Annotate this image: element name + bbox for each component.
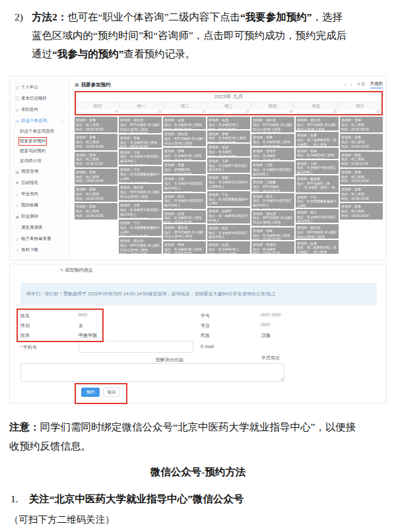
step-text: 关注“北京中医药大学就业指导中心”微信公众号: [29, 493, 244, 504]
sidebar-item-label: 毕业去向: [21, 191, 38, 197]
next-month-button[interactable]: ›: [350, 82, 352, 87]
appointment-slot[interactable]: 咨询师：苏琳地点：线上咨询时间：15:00-15:50: [75, 186, 117, 202]
slot-counselor: 咨询师：苏琳: [76, 204, 116, 209]
appointment-slot[interactable]: 咨询师：周天地点：良乡校区中药学院C栋213/线上时间：09:00-09:50: [296, 209, 339, 223]
sidebar-item[interactable]: 咨询师介绍: [10, 156, 69, 166]
appointment-slot[interactable]: 咨询师：崔向清地点：和平街校区-学七楼201办公室/线上咨询时间：09:00-0…: [163, 131, 206, 146]
appointment-slot[interactable]: 咨询师：李林地点：良乡校区/线上咨询时间：09:00-09:50: [119, 134, 162, 148]
slot-counselor: 咨询师：苏琳: [341, 204, 381, 209]
calendar-controls: ‹ › 今天 月视图: [345, 81, 383, 88]
sidebar-item[interactable]: ◇毕业去向‹: [10, 189, 69, 200]
appointment-slot[interactable]: 咨询师：于欣地点：良乡西图教务服务中心460时间：09:00-09:50: [207, 191, 250, 207]
appointment-slot[interactable]: 咨询师：王妍地点：良乡校区中药学院C栋213/线上时间：09:00-09:50: [163, 175, 206, 191]
appointment-slot[interactable]: 咨询师：李维琦地点：良乡校区时间：09:00-09:50: [251, 148, 294, 160]
appointment-slot[interactable]: 咨询师：董磊地点：良乡校区学生活动中心306/线上时间：09:00-09:50: [207, 174, 250, 190]
appointment-slot[interactable]: 咨询师：李峰地点：良乡校区/线上咨询时间：09:00-09:50: [251, 134, 294, 146]
sidebar-item[interactable]: ▯电子离校单查看: [10, 233, 69, 245]
appointment-slot[interactable]: 咨询师：李峰地点：良乡校区/线上咨询时间：10:00-10:50: [251, 227, 294, 240]
phone-label: *手机号: [20, 344, 37, 351]
sidebar-item[interactable]: ⓘ基本信息核对: [10, 93, 69, 104]
appointment-slot[interactable]: 咨询师：赵探宇地点：第一临床医学院学生科/线上时间：09:00-09:50: [207, 208, 250, 223]
slot-counselor: 咨询师：李峰: [209, 132, 249, 136]
appointment-slot[interactable]: 咨询师：周天地点：良乡校区中药学院C栋213/线上时间：09:00-09:50: [207, 225, 250, 241]
appointment-slot[interactable]: 咨询师：李峰地点：良乡校区/线上咨询时间：10:00-10:50: [163, 241, 206, 254]
sidebar-item[interactable]: ◫个人中心: [10, 82, 69, 93]
appointment-slot[interactable]: 咨询师：周天地点：良乡校区中药学院C栋213/线上时间：09:00-09:50: [251, 193, 294, 209]
slot-time: 时间：10:00-10:50: [253, 225, 293, 226]
appointment-slot[interactable]: 咨询师：高展地点：第二临床医学院（东方医院），线上咨询时间：09:00-09:5…: [296, 132, 339, 146]
back-button[interactable]: 返回: [103, 388, 120, 397]
appointment-slot[interactable]: 咨询师：苏琳地点：线上咨询时间：10:00-10:50: [340, 134, 383, 150]
sidebar-item[interactable]: ▤简历管理‹: [10, 166, 69, 177]
appointment-slot[interactable]: 咨询师：苏琳地点：线上咨询时间：09:00-09:50: [75, 117, 117, 133]
appointment-slot[interactable]: 咨询师：苏琳地点：线上咨询时间：11:00-11:50: [75, 152, 117, 167]
appointment-slot[interactable]: 咨询师：高琨地点：良乡校区/线上时间：10:00-10:50: [207, 241, 250, 254]
appointment-slot[interactable]: 咨询师：李健地点：护理楼224时间：09:00-09:50: [163, 162, 206, 174]
appointment-slot[interactable]: 咨询师：王妍地点：良乡校区中药学院C栋213/线上时间：09:00-09:50: [119, 149, 162, 165]
appointment-slot[interactable]: 咨询师：崔向清地点：和平街校区-学七楼201办公室/线上咨询时间：10:00-1…: [163, 224, 206, 240]
slot-location: 地点：线上咨询: [341, 123, 381, 127]
sidebar-item-label: 我的收藏: [21, 202, 38, 208]
appointment-slot[interactable]: 咨询师：苏琳地点：线上咨询时间：14:00-14:50: [340, 169, 383, 185]
resize-grip-icon[interactable]: [280, 378, 283, 380]
appointment-slot[interactable]: 咨询师：苏琳地点：线上咨询时间：09:00-09:50: [340, 117, 383, 133]
submit-reservation-button[interactable]: 预约: [81, 388, 100, 397]
sidebar-item[interactable]: 职业个体咨询流程: [10, 127, 69, 136]
appointment-slot[interactable]: 咨询师：崔向清地点：和平街校区-学七楼201办公室/线上咨询时间：09:00-0…: [119, 117, 162, 133]
appointment-slot[interactable]: 咨询师：高展地点：第二临床医学院（东方医院），线上咨询时间：10:00-10:5…: [296, 240, 339, 254]
month-view-tab[interactable]: 月视图: [370, 81, 383, 88]
appointment-slot[interactable]: 咨询师：崔向清地点：和平街校区-学七楼201办公室/线上咨询时间：09:00-0…: [296, 117, 339, 131]
text-run: 收预约反馈信息。: [9, 440, 91, 452]
appointment-slot[interactable]: 咨询师：高琨地点：良乡校区/线上咨询时间：09:00-09:50: [163, 117, 206, 129]
appointment-slot[interactable]: 咨询师：王丽媛地点：和平街校区时间：09:00-09:50: [251, 179, 294, 191]
appointment-slot[interactable]: 咨询师：王妍地点：良乡校区中药学院C栋213/线上时间：09:00-09:50: [207, 158, 250, 173]
appointment-slot[interactable]: 咨询师：王妍地点：良乡校区中药学院C栋213/线上时间：09:00-09:50: [251, 162, 294, 177]
appointment-slot[interactable]: 咨询师：高琨地点：良乡校区/线上时间：09:00-09:50: [207, 117, 250, 129]
appointment-slot[interactable]: 咨询师：苏琳地点：线上咨询时间：15:00-15:50: [340, 186, 383, 202]
sidebar-item[interactable]: ⤓资料下载: [10, 245, 69, 256]
slot-counselor: 咨询师：崔向清: [164, 132, 205, 136]
appointment-slot[interactable]: 咨询师：李维琦地点：良乡校区时间：10:00-10:50: [251, 241, 294, 254]
appointment-slot[interactable]: 咨询师：苏琳地点：线上咨询时间：14:00-14:50: [75, 169, 117, 185]
prev-month-button[interactable]: ‹: [345, 82, 346, 87]
sidebar-item[interactable]: ◎求职意向‹: [10, 104, 69, 115]
appointment-slot[interactable]: 咨询师：崔向清地点：和平街校区-学七楼201办公室/线上咨询时间：09:00-0…: [251, 117, 294, 133]
appointment-slot[interactable]: 咨询师：苏琳地点：线上咨询时间：11:00-11:50: [340, 152, 383, 167]
appointment-slot[interactable]: 咨询师：崔向清地点：和平街校区-学七楼201办公室/线上咨询时间：10:00-1…: [119, 184, 162, 200]
slot-location: 地点：良乡校区/线上咨询: [253, 233, 293, 238]
appointment-slot[interactable]: 咨询师：崔向清地点：和平街校区-学七楼201办公室/线上咨询时间：11:00-1…: [119, 237, 162, 254]
slot-location: 地点：良乡校区/线上咨询: [164, 247, 205, 252]
slot-counselor: 咨询师：周天: [209, 226, 249, 231]
appointment-slot[interactable]: 咨询师：崔向清地点：和平街校区-学七楼201办公室/线上咨询时间：10:00-1…: [296, 224, 339, 238]
appointment-slot[interactable]: 咨询师：张冠地点：良乡校区时间：09:00-09:50: [207, 144, 250, 156]
sidebar-item[interactable]: ▭职业个体咨询⌄: [10, 115, 69, 127]
sidebar-item[interactable]: ◌满意度调查: [10, 222, 69, 233]
question-textarea[interactable]: [20, 363, 284, 382]
appointment-slot[interactable]: 咨询师：杨岚鹏地点：和平街校区（周二）/良乡校区（周五）/线上时间：09:00-…: [296, 175, 339, 192]
appointment-slot[interactable]: 咨询师：李峰地点：良乡校区/线上咨询时间：09:00-09:50: [163, 148, 206, 160]
calendar-day-column: 咨询师：苏琳地点：线上咨询时间：09:00-09:50咨询师：苏琳地点：线上咨询…: [340, 117, 383, 254]
sidebar-item[interactable]: 我参与的预约: [10, 146, 69, 156]
appointment-slot[interactable]: 咨询师：李峰地点：良乡校区/线上咨询时间：09:00-09:50: [296, 148, 339, 159]
appointment-slot[interactable]: 咨询师：王妍地点：良乡校区中药学院C栋213/线上时间：10:00-10:50: [119, 202, 162, 218]
appointment-slot[interactable]: 咨询师：苏琳地点：线上咨询时间：16:00-16:50: [340, 203, 383, 219]
phone-input[interactable]: [79, 341, 193, 353]
appointment-slot[interactable]: 咨询师：于欣地点：良乡西图教务服务中心460时间：10:00-10:50: [119, 220, 162, 236]
appointment-slot[interactable]: 咨询师：于欣地点：良乡西图教务服务中心460时间：09:00-09:50: [296, 194, 339, 208]
sidebar-item[interactable]: 我要参加预约: [10, 136, 69, 146]
appointment-slot[interactable]: 咨询师：苏琳地点：线上咨询时间：10:00-10:50: [75, 134, 117, 150]
slot-time: 时间：09:00-09:50: [253, 131, 293, 133]
sidebar-item[interactable]: ⚑活动报名‹: [10, 177, 69, 189]
sidebar-item[interactable]: ◉职业测评: [10, 211, 69, 222]
paragraph-line: 方法2：也可在“职业个体咨询”二级内容下点击“我要参加预约”，选择: [32, 8, 391, 26]
appointment-slot[interactable]: 咨询师：李峰地点：良乡校区/线上咨询时间：09:00-09:50: [207, 131, 250, 143]
appointment-slot[interactable]: 咨询师：周天地点：良乡校区中药学院C栋213/线上时间：09:00-09:50: [163, 193, 206, 209]
today-button[interactable]: 今天: [357, 82, 366, 88]
sidebar-item[interactable]: ☆我的收藏‹: [10, 200, 69, 211]
chevron-left-icon: ‹: [63, 203, 65, 208]
appointment-slot[interactable]: 咨询师：于欣地点：良乡西图教务服务中心460时间：09:00-09:50: [119, 166, 162, 183]
appointment-slot[interactable]: 咨询师：高琨地点：良乡校区/线上咨询时间：10:00-10:50: [163, 210, 206, 223]
appointment-slot[interactable]: 咨询师：崔向清地点：和平街校区-学七楼201办公室/线上咨询时间：10:00-1…: [251, 210, 294, 226]
appointment-slot[interactable]: 咨询师：苏琳地点：线上咨询时间：16:00-16:50: [75, 203, 117, 219]
appointment-slot[interactable]: 咨询师：王妍地点：良乡校区中药学院C栋213/线上时间：09:00-09:50: [296, 160, 339, 174]
